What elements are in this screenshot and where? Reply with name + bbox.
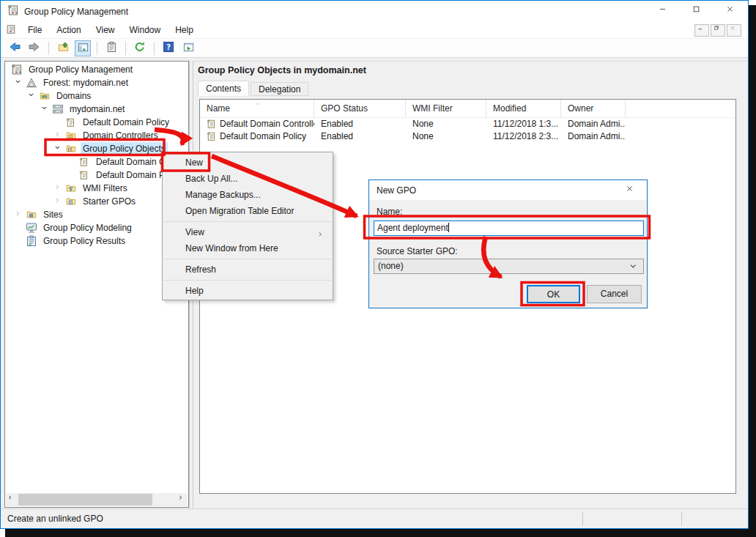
- column-header-filler: [626, 100, 735, 117]
- mdi-close-button[interactable]: [727, 24, 741, 37]
- refresh-button[interactable]: [132, 40, 148, 56]
- mdi-minimize-icon: [698, 25, 705, 35]
- clipboard-icon: [106, 41, 117, 55]
- results-pane-title: Group Policy Objects in mydomain.net: [198, 65, 366, 75]
- tree-item-label: Default Domain Policy: [81, 116, 171, 129]
- tree-item-group-policy-results[interactable]: Group Policy Results: [5, 234, 188, 248]
- tree-item-default-domain-c[interactable]: Default Domain C: [5, 155, 188, 168]
- menu-item-view[interactable]: View: [163, 224, 333, 240]
- column-header-gpo-status[interactable]: GPO Status: [314, 100, 406, 117]
- toolbar: ?: [1, 39, 748, 58]
- name-label: Name:: [377, 207, 402, 217]
- folder-icon: [65, 130, 77, 141]
- tree-item-label: Domain Controllers: [81, 129, 160, 142]
- menu-file[interactable]: File: [21, 23, 49, 37]
- help-icon: ?: [163, 42, 174, 55]
- cell-modified: 11/12/2018 2:3...: [486, 130, 561, 143]
- console-tree-icon: [77, 42, 89, 55]
- tree-item-sites[interactable]: Sites: [5, 208, 188, 221]
- menu-item-open-migration-table-editor[interactable]: Open Migration Table Editor: [163, 203, 333, 219]
- column-header-owner[interactable]: Owner: [561, 100, 626, 117]
- toolbar-separator: [97, 42, 97, 55]
- tab-contents[interactable]: Contents: [198, 81, 249, 96]
- scroll-right-icon: [178, 495, 185, 504]
- source-starter-gpo-label: Source Starter GPO:: [377, 246, 458, 256]
- tree-item-default-domain-p[interactable]: Default Domain P: [5, 168, 188, 182]
- menu-view[interactable]: View: [89, 23, 122, 37]
- scrollbar-thumb[interactable]: [18, 494, 152, 505]
- chevron-down-icon: [629, 262, 639, 276]
- status-divider: [582, 511, 583, 525]
- cell-name: Default Domain Policy: [220, 130, 306, 143]
- window-shadow: [5, 529, 749, 537]
- column-header-modified[interactable]: Modified: [486, 100, 561, 117]
- table-row[interactable]: Default Domain Policy Enabled None 11/12…: [200, 130, 735, 143]
- dialog-close-button[interactable]: [619, 183, 642, 198]
- chevron-collapsed-icon[interactable]: [52, 182, 65, 195]
- chevron-expanded-icon[interactable]: [12, 76, 26, 89]
- column-header-wmi-filter[interactable]: WMI Filter: [406, 100, 486, 117]
- gpo-name-input[interactable]: Agent deployment: [374, 221, 644, 236]
- source-starter-gpo-value: (none): [378, 261, 404, 271]
- minimize-button[interactable]: [647, 1, 681, 22]
- sort-ascending-icon: [253, 100, 263, 111]
- export-list-button[interactable]: [55, 40, 71, 56]
- chevron-collapsed-icon[interactable]: [12, 208, 26, 221]
- tree-item-default-domain-policy[interactable]: Default Domain Policy: [5, 116, 188, 129]
- menu-item-back-up-all[interactable]: Back Up All...: [163, 171, 333, 187]
- table-row[interactable]: Default Domain Controller... Enabled Non…: [200, 118, 735, 130]
- show-console-tree-button[interactable]: [75, 40, 91, 56]
- tree-item-domain-controllers[interactable]: Domain Controllers: [5, 129, 188, 142]
- chevron-expanded-icon[interactable]: [39, 103, 52, 116]
- menu-item-help[interactable]: Help: [163, 283, 333, 299]
- maximize-button[interactable]: [681, 1, 714, 22]
- ok-button[interactable]: OK: [527, 285, 580, 303]
- tree-item-group-policy-management[interactable]: Group Policy Management: [5, 63, 188, 76]
- menu-window[interactable]: Window: [122, 23, 168, 37]
- menu-action[interactable]: Action: [49, 23, 88, 37]
- tree-item-group-policy-objects[interactable]: Group Policy Objects: [5, 142, 188, 155]
- svg-text:?: ?: [166, 42, 171, 51]
- tree-item-wmi-filters[interactable]: WMI Filters: [5, 182, 188, 195]
- tree-item-forest[interactable]: Forest: mydomain.net: [5, 76, 188, 89]
- chevron-expanded-icon[interactable]: [52, 142, 65, 155]
- scroll-right-button[interactable]: [176, 493, 188, 506]
- maximize-icon: [693, 6, 702, 17]
- back-icon: [8, 41, 21, 55]
- mdi-restore-button[interactable]: [711, 24, 725, 37]
- mdi-window-controls: [694, 24, 741, 37]
- menu-item-new[interactable]: New: [163, 155, 333, 171]
- menu-separator: [163, 280, 332, 281]
- gpo-name-value: Agent deployment: [377, 223, 448, 233]
- source-starter-gpo-select[interactable]: (none): [374, 259, 644, 274]
- tree-item-starter-gpos[interactable]: Starter GPOs: [5, 195, 188, 208]
- menu-item-refresh[interactable]: Refresh: [163, 262, 333, 278]
- tree-item-group-policy-modeling[interactable]: Group Policy Modeling: [5, 221, 188, 234]
- help-button[interactable]: ?: [160, 40, 177, 56]
- menu-item-new-window-from-here[interactable]: New Window from Here: [163, 240, 333, 256]
- close-button[interactable]: [714, 1, 748, 22]
- tree-item-mydomain[interactable]: mydomain.net: [5, 103, 188, 116]
- tree-item-domains[interactable]: Domains: [5, 89, 188, 103]
- chevron-expanded-icon[interactable]: [26, 89, 39, 103]
- chevron-collapsed-icon[interactable]: [52, 195, 65, 208]
- menu-help[interactable]: Help: [168, 23, 201, 37]
- new-window-button[interactable]: [180, 40, 196, 56]
- tab-delegation[interactable]: Delegation: [251, 82, 308, 96]
- tab-bar: Contents Delegation: [198, 80, 308, 96]
- scroll-left-button[interactable]: [6, 493, 18, 506]
- forward-button[interactable]: [26, 40, 42, 56]
- wmi-folder-icon: [65, 182, 77, 194]
- cancel-button[interactable]: Cancel: [587, 285, 642, 303]
- tree-item-label: Group Policy Management: [26, 63, 135, 76]
- context-menu: New Back Up All... Manage Backups... Ope…: [162, 152, 333, 300]
- mdi-minimize-button[interactable]: [694, 24, 709, 37]
- menu-item-manage-backups[interactable]: Manage Backups...: [163, 187, 333, 203]
- window-title: Group Policy Management: [24, 7, 128, 17]
- chevron-collapsed-icon[interactable]: [52, 129, 65, 142]
- clipboard-button[interactable]: [103, 40, 119, 56]
- menu-separator: [163, 259, 332, 259]
- back-button[interactable]: [7, 40, 23, 56]
- horizontal-scrollbar[interactable]: [6, 493, 188, 506]
- tree-item-label: Sites: [41, 208, 65, 221]
